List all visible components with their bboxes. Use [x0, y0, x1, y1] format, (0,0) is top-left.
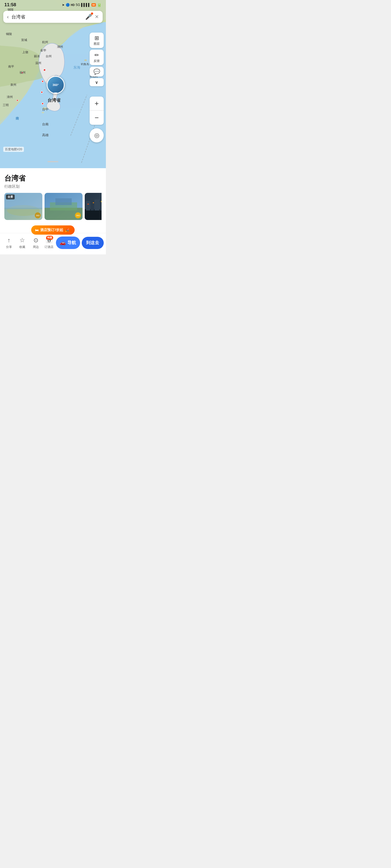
chevron-down-icon: ∨: [95, 80, 98, 85]
bubble-pin: [54, 93, 57, 94]
taichung-label: 台中: [42, 107, 49, 112]
svg-point-8: [41, 91, 43, 93]
location-icon: ◎: [94, 132, 100, 139]
share-icon: ↑: [7, 237, 10, 244]
nearby-label: 周边: [33, 245, 39, 249]
feedback-label: 反馈: [94, 59, 100, 63]
nav-guide-button[interactable]: 🚗 导航: [56, 237, 80, 249]
svg-point-3: [41, 112, 44, 113]
svg-rect-21: [55, 198, 72, 205]
layers-icon: ⊞: [94, 35, 99, 41]
kaohsiung-label: 高雄: [42, 133, 49, 137]
svg-rect-27: [100, 197, 102, 211]
nearby-icon: ⊙: [33, 237, 38, 244]
diaoyu-label: 钓鱼岛: [81, 62, 89, 66]
layers-button[interactable]: ⊞ 图层: [90, 33, 104, 48]
photo-card-3[interactable]: 🖼: [85, 193, 102, 220]
location-status-icon: ➤: [62, 3, 65, 7]
label-tongling: 铜陵: [6, 32, 12, 36]
battery-badge: 60: [91, 3, 96, 6]
toolbar-expand-button[interactable]: ∨: [90, 78, 104, 86]
label-taizhou: 台州: [46, 54, 52, 58]
zoom-out-button[interactable]: −: [90, 111, 104, 125]
hotel-badge: 特惠: [46, 236, 53, 240]
nav-nearby[interactable]: ⊙ 周边: [29, 237, 43, 249]
photo-card-1[interactable]: 全景 360: [4, 193, 43, 220]
svg-rect-31: [87, 204, 89, 205]
bubble-360-label: 360°: [53, 83, 59, 87]
hotel-label: 订酒店: [45, 245, 54, 249]
svg-rect-33: [101, 201, 102, 202]
label-nanping: 南平: [8, 65, 14, 69]
label-hangzhou: 杭州: [42, 40, 48, 44]
label-lishui: 丽水: [34, 54, 40, 58]
street-view-bubble[interactable]: 360°: [47, 76, 65, 94]
search-bar: ‹ 台湾省 🎤 ✕: [3, 11, 103, 23]
svg-rect-26: [94, 199, 100, 211]
mic-icon: 🎤: [85, 14, 92, 20]
search-query-text: 台湾省: [11, 14, 83, 20]
search-back-button[interactable]: ‹: [7, 14, 9, 20]
label-quanzhou: 泉州: [10, 83, 16, 87]
map-area[interactable]: 铜陵 宣城 杭州 湖州 金华 上饶 丽水 台州 温州 南平 福州 泉州 漳州 三…: [0, 0, 106, 168]
favorite-icon: ☆: [20, 237, 25, 244]
label-fuzhou: 福州: [20, 70, 26, 74]
photo-1-badge: 全景: [6, 194, 15, 199]
zoom-controls: + −: [90, 97, 104, 125]
tainan-label: 台南: [42, 122, 49, 127]
status-time: 11:58: [4, 2, 16, 8]
taiwan-province-label: 台湾省: [48, 98, 60, 103]
hd-icon: HD: [71, 3, 75, 6]
search-clear-button[interactable]: ✕: [95, 14, 99, 20]
status-icons: ➤ 🔵 HD 5G ▌▌▌▌ 60 🔋: [62, 3, 102, 7]
feedback-button[interactable]: ✏ 反馈: [90, 50, 104, 65]
place-title: 台湾省: [4, 174, 102, 183]
bluetooth-icon: 🔵: [66, 3, 70, 7]
label-shangrao: 上饶: [22, 50, 28, 54]
search-mic-button[interactable]: 🎤: [85, 13, 92, 20]
label-xuancheng: 宣城: [21, 38, 27, 42]
battery-icon: 🔋: [97, 3, 102, 7]
zoom-in-button[interactable]: +: [90, 97, 104, 111]
svg-point-9: [42, 103, 44, 105]
svg-point-7: [42, 81, 44, 83]
hotel-banner-deco: 🎉: [65, 228, 69, 232]
label-jinhua: 金华: [40, 48, 46, 52]
status-bar: 11:58 ➤ 🔵 HD 5G ▌▌▌▌ 60 🔋: [0, 0, 106, 9]
layers-label: 图层: [94, 42, 100, 46]
svg-rect-24: [86, 201, 90, 211]
label-zhangzhou: 漳州: [7, 95, 13, 99]
signal-icon: ▌▌▌▌: [81, 3, 90, 7]
comment-icon: 💬: [93, 68, 100, 75]
map-watermark: 百度地图V20: [3, 147, 24, 152]
comment-button[interactable]: 💬: [90, 67, 104, 76]
nav-favorite[interactable]: ☆ 收藏: [16, 237, 29, 249]
label-sanming: 三明: [3, 103, 9, 107]
east-sea-label: 东海: [73, 65, 80, 70]
network-icon: 5G: [76, 3, 80, 7]
photo-1-360-badge: 360: [35, 212, 41, 218]
map-scroll-indicator: [48, 161, 58, 162]
nav-destination-button[interactable]: 到这去: [82, 237, 104, 249]
favorite-label: 收藏: [19, 245, 25, 249]
dest-label: 到这去: [86, 240, 99, 246]
photo-2-badge: 360: [75, 212, 81, 218]
photo-3-bg: [85, 193, 102, 220]
svg-point-6: [44, 69, 46, 71]
svg-rect-32: [93, 203, 94, 203]
guide-car-icon: 🚗: [60, 240, 66, 246]
share-label: 分享: [6, 245, 12, 249]
label-huzhou: 湖州: [57, 45, 63, 49]
hotel-banner[interactable]: 🛏 酒店预订7折起 🎉: [31, 225, 75, 235]
place-subtitle: 行政区划: [4, 184, 102, 189]
guide-label: 导航: [67, 240, 76, 246]
photo-card-2[interactable]: 360: [45, 193, 83, 220]
mic-notification-badge: [91, 12, 93, 14]
info-panel: 台湾省 行政区划 全景 360: [0, 168, 106, 233]
nav-hotel[interactable]: 📅 特惠 订酒店: [43, 237, 56, 249]
feedback-icon: ✏: [94, 52, 99, 58]
nav-share[interactable]: ↑ 分享: [2, 237, 16, 249]
photo-strip[interactable]: 全景 360 360: [4, 193, 102, 223]
svg-rect-25: [91, 198, 94, 211]
my-location-button[interactable]: ◎: [90, 128, 104, 143]
